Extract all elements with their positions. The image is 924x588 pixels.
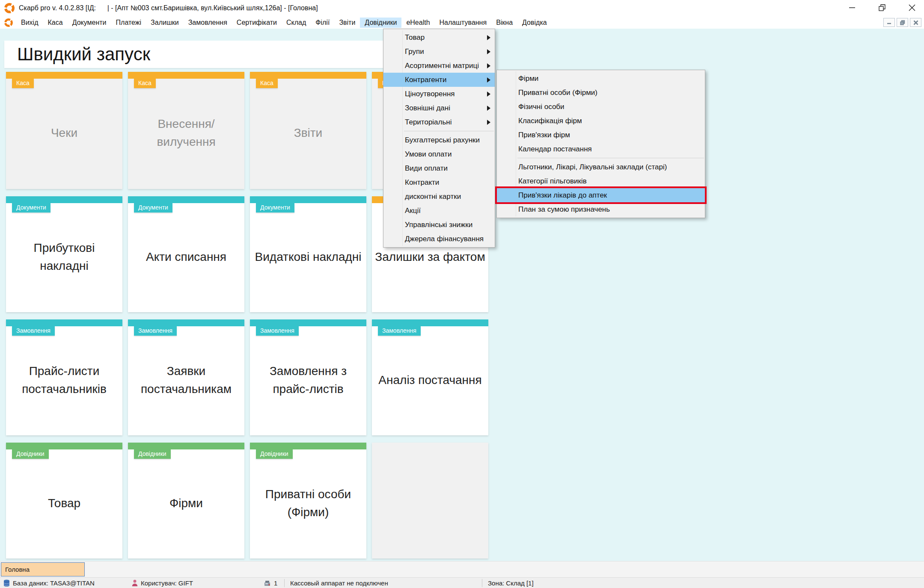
dropdown-item-zovnishni-dani[interactable]: Зовнішні дані <box>383 101 495 115</box>
dropdown-item-kontrahenty[interactable]: Контрагенти <box>383 73 495 87</box>
menu-item-vyhid[interactable]: Вихід <box>16 18 43 28</box>
menu-separator <box>404 131 494 131</box>
tile-category-bar <box>128 443 244 449</box>
title-bar: Скарб pro v. 4.0.2.83 [ІД: | - [Апт №003… <box>0 0 924 17</box>
menu-item-filii[interactable]: Філії <box>311 18 334 28</box>
tile-category-bar <box>250 72 366 79</box>
tile-category-bar <box>6 72 122 79</box>
submenu-item-klasyfikatsiia-firm[interactable]: Класифікація фірм <box>497 114 705 128</box>
tab-strip: Головна <box>0 561 924 577</box>
dropdown-item-umovy-oplaty[interactable]: Умови оплати <box>383 147 495 161</box>
menu-item-nalashtuvannia[interactable]: Налаштування <box>435 18 492 28</box>
page-header: Швидкий запуск <box>4 41 388 68</box>
dropdown-item-kontrakty[interactable]: Контракти <box>383 175 495 189</box>
tile-tovar[interactable]: Довідники Товар <box>6 443 122 558</box>
status-register-count-label: 1 <box>274 579 277 587</box>
tile-label: Чеки <box>9 79 120 187</box>
tile-zamovlennia-z-prais-lystiv[interactable]: Замовлення Замовлення з прайс-листів <box>250 319 366 435</box>
status-register-status-label: Кассовый аппарат не подключен <box>290 579 388 587</box>
tile-category-bar <box>6 443 122 449</box>
menu-item-label: Асортиментні матриці <box>405 62 479 70</box>
dropdown-item-terytorialni[interactable]: Територіальні <box>383 115 495 129</box>
status-user-label: Користувач: GIFT <box>141 579 193 587</box>
tab-holovna[interactable]: Головна <box>1 562 85 576</box>
menu-item-label: Прив'язки фірм <box>518 131 570 139</box>
tile-vydatkovi-nakladni[interactable]: Документи Видаткові накладні <box>250 196 366 312</box>
menu-item-label: Групи <box>405 47 424 56</box>
menu-item-label: План за сумою призначень <box>518 205 610 214</box>
status-zone: Зона: Склад [1] <box>488 578 534 588</box>
tile-pryvatni-osoby-firmy[interactable]: Довідники Приватні особи (Фірми) <box>250 443 366 558</box>
menu-item-label: Календар постачання <box>518 145 592 154</box>
dropdown-item-bukhhalterski-rakhunky[interactable]: Бухгалтерські рахунки <box>383 133 495 147</box>
tile-category-bar <box>128 72 244 79</box>
dropdown-item-vydy-oplaty[interactable]: Види оплати <box>383 161 495 175</box>
menu-item-label: дисконтні картки <box>405 192 461 201</box>
tile-label: Внесення/вилучення <box>131 79 242 187</box>
minimize-button[interactable] <box>841 0 863 15</box>
tile-firmy[interactable]: Довідники Фірми <box>128 443 244 558</box>
dropdown-item-upravlinski-znyzhky[interactable]: Управлінські знижки <box>383 218 495 232</box>
tile-category-bar <box>128 196 244 203</box>
menu-item-zamovlennia[interactable]: Замовлення <box>184 18 232 28</box>
cash-register-icon <box>264 580 271 587</box>
dropdown-item-asortymentni-matrytsi[interactable]: Асортиментні матриці <box>383 59 495 73</box>
menu-item-platezhi[interactable]: Платежі <box>111 18 146 28</box>
restore-button[interactable] <box>871 0 893 15</box>
submenu-item-fizychni-osoby[interactable]: Фізичні особи <box>497 100 705 114</box>
submenu-item-firmy[interactable]: Фірми <box>497 71 705 86</box>
menu-item-dokumenty[interactable]: Документи <box>68 18 111 28</box>
mdi-close-button[interactable] <box>910 18 921 27</box>
menu-item-label: Приватні особи (Фірми) <box>518 89 597 97</box>
tile-prais-lysty-postachalnykiv[interactable]: Замовлення Прайс-листи постачальників <box>6 319 122 435</box>
tile-vnesennia-vyluchennia[interactable]: Каса Внесення/вилучення <box>128 72 244 189</box>
submenu-item-plan-za-sumoiu-pryznachen[interactable]: План за сумою призначень <box>497 202 705 216</box>
tile-label: Замовлення з прайс-листів <box>253 326 364 434</box>
tile-akty-spysannia[interactable]: Документи Акти списання <box>128 196 244 312</box>
submenu-item-pryvatni-osoby-firmy[interactable]: Приватні особи (Фірми) <box>497 86 705 100</box>
menu-item-label: Контракти <box>405 178 439 187</box>
dropdown-item-tsinoutvorennia[interactable]: Ціноутворення <box>383 87 495 101</box>
database-icon <box>3 579 10 587</box>
menu-item-dovidnyky[interactable]: Довідники <box>360 18 401 28</box>
dropdown-item-aktsii[interactable]: Акції <box>383 204 495 218</box>
submenu-item-pryviazky-likariv-do-aptek[interactable]: Прив'язки лікарів до аптек <box>497 188 705 202</box>
dropdown-item-dyskontni-kartky[interactable]: дисконтні картки <box>383 189 495 204</box>
dropdown-item-hrupy[interactable]: Групи <box>383 44 495 59</box>
menu-item-label: Умови оплати <box>405 150 452 159</box>
submenu-item-katehorii-pilhovykiv[interactable]: Категорії пільговиків <box>497 174 705 188</box>
submenu-item-lhotnyky-likari-zaklady[interactable]: Льготники, Лікарі, Лікувальні заклади (с… <box>497 160 705 174</box>
app-logo-icon <box>4 3 15 13</box>
window-title: Скарб pro v. 4.0.2.83 [ІД: | - [Апт №003… <box>19 4 318 12</box>
menu-item-vikna[interactable]: Вікна <box>491 18 517 28</box>
tile-label: Товар <box>9 449 120 557</box>
menu-item-sertyfikaty[interactable]: Сертифікати <box>232 18 282 28</box>
menu-item-label: Джерела фінансування <box>405 235 484 243</box>
close-button[interactable] <box>901 0 923 15</box>
tile-label: Фірми <box>131 449 242 557</box>
tile-prybutkovi-nakladni[interactable]: Документи Прибуткові накладні <box>6 196 122 312</box>
menu-item-zvity[interactable]: Звіти <box>334 18 360 28</box>
submenu-item-kalendar-postachannia[interactable]: Календар постачання <box>497 142 705 156</box>
dropdown-item-tovar[interactable]: Товар <box>383 30 495 44</box>
menu-item-ehealth[interactable]: eHealth <box>401 18 434 28</box>
dropdown-item-dzherela-finansuvannia[interactable]: Джерела фінансування <box>383 232 495 246</box>
mdi-minimize-button[interactable] <box>883 18 895 27</box>
tile-category-bar <box>372 319 488 326</box>
tile-cheky[interactable]: Каса Чеки <box>6 72 122 189</box>
tile-analiz-postachannia[interactable]: Замовлення Аналіз постачання <box>372 319 488 435</box>
menu-item-zalyshky[interactable]: Залишки <box>146 18 184 28</box>
menu-item-label: Прив'язки лікарів до аптек <box>518 191 607 200</box>
submenu-arrow-icon <box>487 120 490 125</box>
submenu-item-pryviazky-firm[interactable]: Прив'язки фірм <box>497 128 705 142</box>
mdi-restore-button[interactable] <box>897 18 908 27</box>
tile-category-bar <box>250 196 366 203</box>
menu-item-sklad[interactable]: Склад <box>282 18 311 28</box>
tile-label: Аналіз постачання <box>374 326 486 434</box>
submenu-arrow-icon <box>487 63 490 68</box>
tile-zvity[interactable]: Каса Звіти <box>250 72 366 189</box>
tile-zaiavky-postachalnykam[interactable]: Замовлення Заявки постачальникам <box>128 319 244 435</box>
menu-item-kasa[interactable]: Каса <box>43 18 68 28</box>
menu-item-dovidka[interactable]: Довідка <box>517 18 552 28</box>
tile-category-bar <box>6 319 122 326</box>
